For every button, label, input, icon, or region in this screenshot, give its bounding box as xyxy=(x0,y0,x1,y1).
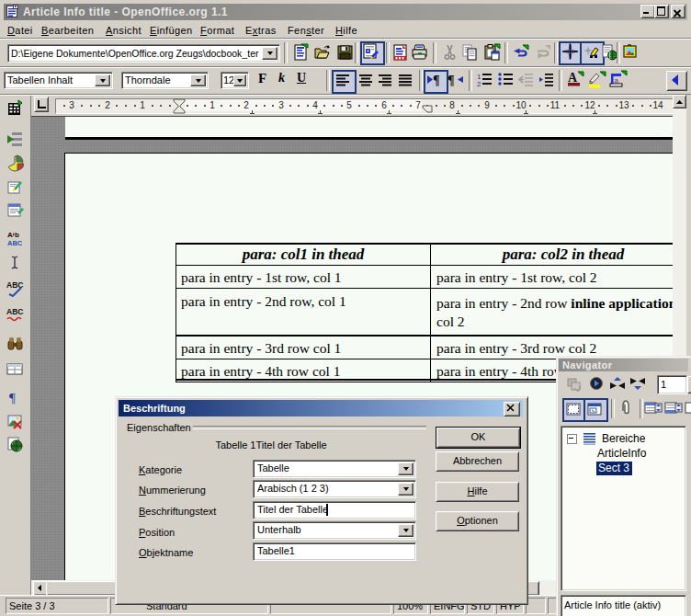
svg-text:ABC: ABC xyxy=(7,239,23,247)
svg-text:¶: ¶ xyxy=(447,74,455,87)
svg-text:b: b xyxy=(15,231,19,239)
svg-text:A: A xyxy=(568,71,578,85)
svg-text:ABC: ABC xyxy=(6,307,23,316)
svg-text:A: A xyxy=(7,231,13,239)
svg-text:2: 2 xyxy=(477,80,481,88)
svg-text:¶: ¶ xyxy=(9,391,16,405)
svg-text:¶: ¶ xyxy=(433,74,440,87)
